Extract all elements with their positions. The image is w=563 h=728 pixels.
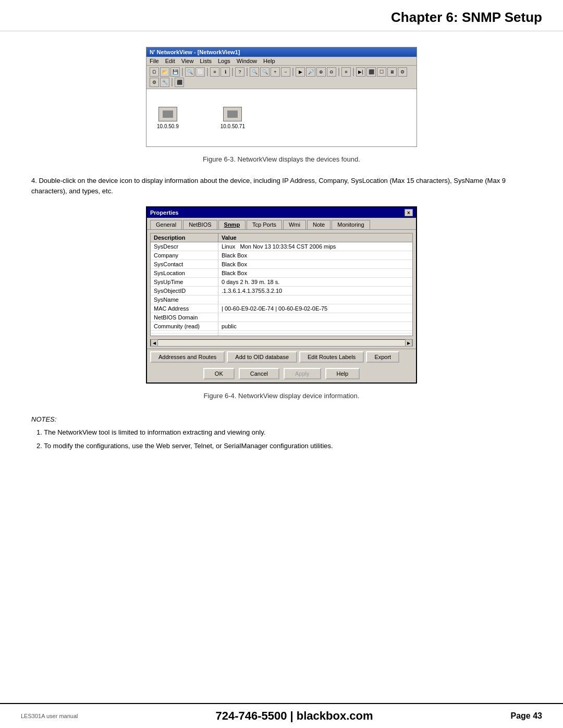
table-row: MAC Address | 00-60-E9-02-0E-74 | 00-60-… xyxy=(151,304,412,313)
cell-desc: SysObjectID xyxy=(151,287,218,295)
toolbar-btn-22[interactable]: ⚙ xyxy=(398,67,407,77)
toolbar-sep-2 xyxy=(207,68,208,76)
table-row: Company Black Box xyxy=(151,251,412,260)
device-img-1 xyxy=(158,107,177,121)
toolbar-btn-20[interactable]: ☐ xyxy=(377,67,386,77)
scroll-track[interactable] xyxy=(158,340,405,346)
toolbar-sep-8 xyxy=(172,78,173,87)
dialog-titlebar: Properties × xyxy=(147,207,416,218)
menu-view[interactable]: View xyxy=(181,58,194,64)
add-oid-button[interactable]: Add to OID database xyxy=(227,351,297,363)
table-header: Description Value xyxy=(151,233,412,242)
toolbar-btn-5[interactable]: ⬜ xyxy=(195,67,205,77)
table-row: SysDescr Linux Mon Nov 13 10:33:54 CST 2… xyxy=(151,242,412,251)
tab-general[interactable]: General xyxy=(150,220,182,229)
menu-help[interactable]: Help xyxy=(263,58,275,64)
footer-page: Page 43 xyxy=(511,711,542,721)
main-content: N' NetworkView - [NetworkView1] File Edi… xyxy=(0,31,563,470)
ok-button[interactable]: OK xyxy=(203,368,235,379)
toolbar-btn-1[interactable]: 🗋 xyxy=(150,67,159,77)
figure4-caption: Figure 6-4. NetworkView display device i… xyxy=(31,392,532,400)
table-row: SysObjectID .1.3.6.1.4.1.3755.3.2.10 xyxy=(151,287,412,295)
nv-title: N' NetworkView - [NetworkView1] xyxy=(150,49,240,55)
menu-logs[interactable]: Logs xyxy=(218,58,230,64)
apply-button[interactable]: Apply xyxy=(284,368,321,379)
cell-desc: SysContact xyxy=(151,260,218,268)
tab-tcpports[interactable]: Tcp Ports xyxy=(247,220,282,229)
toolbar-btn-17[interactable]: ≡ xyxy=(341,67,351,77)
toolbar-btn-8[interactable]: ? xyxy=(235,67,244,77)
toolbar-btn-21[interactable]: 🖥 xyxy=(387,67,397,77)
tab-monitoring[interactable]: Monitoring xyxy=(332,220,370,229)
networkview-window-container: N' NetworkView - [NetworkView1] File Edi… xyxy=(31,47,532,147)
cell-value xyxy=(218,313,412,322)
step4-text: 4. Double-click on the device icon to di… xyxy=(31,176,532,196)
help-button[interactable]: Help xyxy=(325,368,360,379)
toolbar-sep-3 xyxy=(232,68,233,76)
menu-window[interactable]: Window xyxy=(237,58,257,64)
cell-value: 0 days 2 h. 39 m. 18 s. xyxy=(218,278,412,286)
nv-menu: File Edit View Lists Logs Window Help xyxy=(146,57,417,66)
toolbar-btn-9[interactable]: 🔍 xyxy=(250,67,259,77)
toolbar-btn-19[interactable]: ⬛ xyxy=(366,67,376,77)
dialog-bottom-buttons: OK Cancel Apply Help xyxy=(147,365,416,382)
edit-routes-labels-button[interactable]: Edit Routes Labels xyxy=(299,351,364,363)
dialog-close-button[interactable]: × xyxy=(405,209,413,216)
toolbar-btn-3[interactable]: 💾 xyxy=(170,67,180,77)
col-desc-header: Description xyxy=(151,233,218,242)
device-label-2: 10.0.50.71 xyxy=(221,124,245,129)
footer-manual: LES301A user manual xyxy=(21,713,78,719)
table-row: SysLocation Black Box xyxy=(151,269,412,278)
scroll-left-arrow[interactable]: ◀ xyxy=(151,339,158,347)
nv-titlebar: N' NetworkView - [NetworkView1] xyxy=(146,47,417,57)
cell-desc xyxy=(151,334,218,336)
toolbar-btn-14[interactable]: 🔎 xyxy=(306,67,315,77)
notes-section: NOTES: 1. The NetworkView tool is limite… xyxy=(31,415,532,451)
toolbar-btn-7[interactable]: ℹ xyxy=(221,67,230,77)
toolbar-btn-4[interactable]: 🔍 xyxy=(185,67,194,77)
dialog-table: Description Value SysDescr Linux Mon Nov… xyxy=(150,233,413,336)
toolbar-btn-10[interactable]: 🔍 xyxy=(260,67,270,77)
toolbar-btn-2[interactable]: 📂 xyxy=(160,67,169,77)
toolbar-btn-18[interactable]: ▶| xyxy=(356,67,365,77)
device-icon-1[interactable]: 10.0.50.9 xyxy=(157,107,179,129)
menu-lists[interactable]: Lists xyxy=(200,58,212,64)
toolbar-btn-23[interactable]: ⚙ xyxy=(150,78,159,87)
toolbar-sep-5 xyxy=(292,68,293,76)
table-row: SysName xyxy=(151,295,412,304)
tab-note[interactable]: Note xyxy=(307,220,331,229)
toolbar-btn-11[interactable]: + xyxy=(271,67,280,77)
figure3-caption: Figure 6-3. NetworkView displays the dev… xyxy=(31,155,532,163)
toolbar-btn-6[interactable]: ≡ xyxy=(210,67,219,77)
footer-phone: 724-746-5500 | blackbox.com xyxy=(215,709,373,723)
tab-wmi[interactable]: Wmi xyxy=(283,220,306,229)
cell-desc: SysLocation xyxy=(151,269,218,277)
toolbar-btn-25[interactable]: ⬛ xyxy=(175,78,184,87)
notes-title: NOTES: xyxy=(31,415,532,423)
toolbar-btn-12[interactable]: − xyxy=(281,67,290,77)
menu-edit[interactable]: Edit xyxy=(165,58,175,64)
cancel-button[interactable]: Cancel xyxy=(239,368,279,379)
cell-value xyxy=(218,334,412,336)
toolbar-btn-24[interactable]: 🔧 xyxy=(160,78,169,87)
table-row: NetBIOS Domain xyxy=(151,313,412,322)
cell-value: Black Box xyxy=(218,269,412,277)
note-item-1: 1. The NetworkView tool is limited to in… xyxy=(31,427,532,438)
tab-netbios[interactable]: NetBIOS xyxy=(183,220,217,229)
addresses-routes-button[interactable]: Addresses and Routes xyxy=(150,351,225,363)
horizontal-scrollbar[interactable]: ◀ ▶ xyxy=(150,339,413,347)
cell-desc: NetBIOS Domain xyxy=(151,313,218,322)
cell-value xyxy=(218,331,412,333)
toolbar-btn-16[interactable]: ⊖ xyxy=(327,67,336,77)
cell-desc: Company xyxy=(151,251,218,260)
menu-file[interactable]: File xyxy=(150,58,159,64)
table-row: Community (read) public xyxy=(151,322,412,331)
device-icon-2[interactable]: 10.0.50.71 xyxy=(221,107,245,129)
device-img-2 xyxy=(223,107,242,121)
page-footer: LES301A user manual 724-746-5500 | black… xyxy=(0,703,563,728)
scroll-right-arrow[interactable]: ▶ xyxy=(405,339,412,347)
toolbar-btn-13[interactable]: ▶ xyxy=(296,67,305,77)
tab-snmp[interactable]: Snmp xyxy=(218,220,246,229)
toolbar-btn-15[interactable]: ⊕ xyxy=(316,67,326,77)
export-button[interactable]: Export xyxy=(366,351,399,363)
